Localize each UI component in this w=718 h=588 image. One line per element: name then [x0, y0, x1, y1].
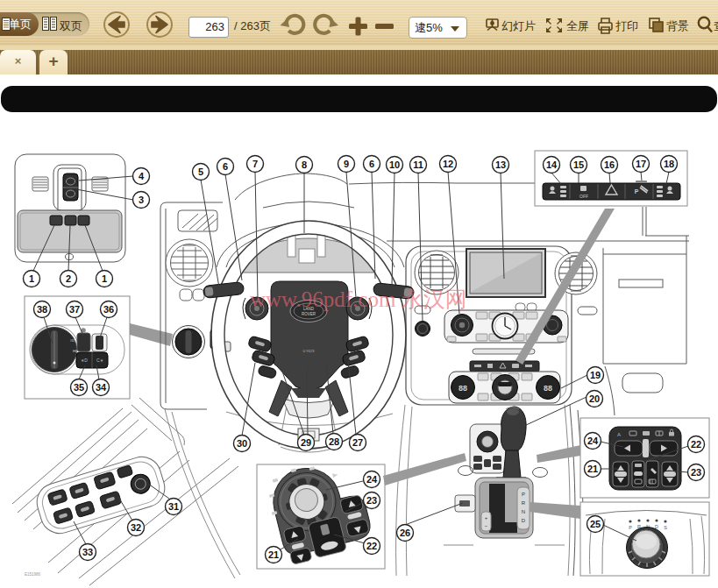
svg-text:37: 37 [69, 304, 80, 315]
svg-text:29: 29 [301, 437, 311, 448]
svg-text:28: 28 [329, 436, 339, 447]
svg-text:P: P [635, 188, 639, 195]
svg-text:1: 1 [102, 273, 107, 284]
svg-text:+: + [485, 515, 488, 521]
svg-text:24: 24 [587, 436, 599, 446]
svg-text:C∗: C∗ [96, 358, 103, 363]
svg-text:13: 13 [495, 159, 506, 170]
svg-text:9: 9 [344, 159, 349, 169]
svg-text:24: 24 [366, 474, 378, 485]
svg-text:3: 3 [139, 195, 144, 205]
svg-text:OFF: OFF [579, 194, 588, 199]
svg-text:15: 15 [573, 159, 584, 170]
svg-text:N: N [522, 509, 525, 514]
svg-text:7: 7 [252, 159, 258, 169]
svg-text:23: 23 [366, 495, 377, 506]
svg-text:5: 5 [198, 166, 203, 177]
svg-text:32: 32 [131, 522, 141, 533]
svg-text:38: 38 [37, 304, 47, 315]
svg-text:www.96pdf.com 永汉网: www.96pdf.com 永汉网 [250, 287, 467, 311]
svg-text:19: 19 [590, 370, 601, 380]
svg-text:4: 4 [139, 171, 145, 181]
svg-text:D: D [522, 518, 526, 523]
svg-text:A: A [617, 432, 621, 437]
svg-text:88: 88 [459, 384, 467, 393]
svg-text:36: 36 [103, 304, 114, 315]
svg-text:35: 35 [74, 382, 84, 393]
svg-text:22: 22 [366, 541, 377, 551]
svg-text:6: 6 [369, 159, 374, 169]
svg-text:P: P [629, 525, 632, 530]
svg-text:12: 12 [443, 159, 453, 169]
svg-text:−: − [485, 523, 488, 528]
svg-text:20: 20 [589, 393, 600, 404]
svg-text:P: P [522, 492, 525, 497]
svg-text:22: 22 [691, 439, 701, 450]
svg-text:21: 21 [268, 549, 279, 560]
svg-text:27: 27 [352, 437, 363, 448]
svg-text:8: 8 [302, 159, 307, 170]
svg-text:2: 2 [66, 273, 71, 284]
svg-text:ROVER: ROVER [302, 312, 316, 316]
svg-text:11: 11 [413, 159, 423, 170]
svg-text:21: 21 [587, 464, 598, 474]
svg-text:10: 10 [389, 159, 400, 170]
svg-text:25: 25 [590, 519, 601, 529]
svg-text:∗D: ∗D [81, 358, 88, 363]
svg-text:33: 33 [82, 547, 93, 557]
svg-text:16: 16 [604, 159, 615, 170]
svg-text:88: 88 [544, 384, 552, 393]
svg-text:≡D: ≡D [70, 338, 75, 343]
svg-text:31: 31 [168, 501, 179, 512]
svg-text:6: 6 [223, 161, 228, 172]
svg-text:14: 14 [546, 159, 558, 170]
svg-text:34: 34 [96, 382, 107, 393]
svg-text:1: 1 [29, 273, 34, 284]
svg-text:R: R [522, 500, 526, 506]
svg-text:U 9123: U 9123 [303, 349, 316, 353]
svg-text:17: 17 [636, 159, 646, 169]
svg-text:E151986: E151986 [25, 572, 41, 577]
svg-text:30: 30 [237, 438, 247, 449]
svg-text:S: S [664, 525, 667, 530]
svg-text:26: 26 [400, 528, 410, 538]
svg-text:18: 18 [664, 159, 674, 169]
svg-text:23: 23 [691, 467, 701, 478]
svg-text:I: I [52, 322, 53, 327]
